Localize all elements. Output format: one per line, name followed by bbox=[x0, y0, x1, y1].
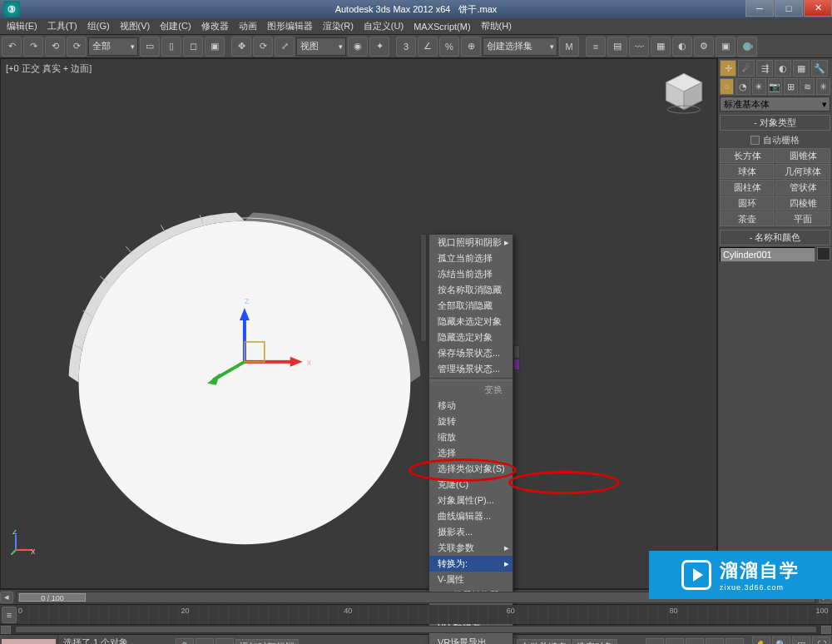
rollout-name-color[interactable]: 名称和颜色 bbox=[720, 230, 830, 245]
angle-snap-button[interactable]: ∠ bbox=[418, 37, 438, 57]
next-frame-icon[interactable]: ▸ bbox=[706, 638, 724, 644]
ctx-rotate[interactable]: 旋转 bbox=[429, 414, 513, 429]
prev-frame-icon[interactable]: ◂ bbox=[666, 638, 684, 644]
spacewarps-cat-icon[interactable]: ≋ bbox=[800, 78, 814, 95]
ctx-object-props[interactable]: 对象属性(P) bbox=[429, 493, 513, 508]
select-object-button[interactable]: ▭ bbox=[140, 37, 160, 57]
menu-create[interactable]: 创建(C) bbox=[155, 18, 196, 34]
link-button[interactable]: ⟲ bbox=[45, 37, 65, 57]
abs-rel-icon[interactable]: ⊕ bbox=[196, 638, 214, 644]
menu-modifier[interactable]: 修改器 bbox=[196, 18, 234, 34]
menu-maxscript[interactable]: MAXScript(M) bbox=[409, 20, 475, 33]
object-name-input[interactable]: Cylinder001 bbox=[720, 247, 815, 262]
percent-snap-button[interactable]: % bbox=[439, 37, 459, 57]
prim-geosphere[interactable]: 几何球体 bbox=[775, 164, 830, 179]
time-slider-thumb[interactable]: 0 / 100 bbox=[19, 593, 86, 602]
snap-button[interactable]: 3 bbox=[396, 37, 416, 57]
ctx-unhide-all[interactable]: 全部取消隐藏 bbox=[429, 298, 513, 314]
motion-tab-icon[interactable]: ◐ bbox=[775, 60, 791, 77]
add-time-tag[interactable]: 添加时间标记 bbox=[235, 639, 299, 644]
prim-plane[interactable]: 平面 bbox=[775, 211, 830, 226]
ctx-clone[interactable]: 克隆(C) bbox=[429, 477, 513, 493]
prim-teapot[interactable]: 茶壶 bbox=[720, 211, 775, 226]
autokey-button[interactable]: 自动关键点 bbox=[517, 639, 571, 644]
pan-view-icon[interactable]: ✋ bbox=[752, 637, 770, 644]
rotate-button[interactable]: ⟳ bbox=[253, 37, 273, 57]
maximize-button[interactable]: □ bbox=[775, 0, 803, 17]
prim-box[interactable]: 长方体 bbox=[720, 148, 775, 163]
time-prev-icon[interactable]: ◂ bbox=[0, 592, 13, 603]
select-window-button[interactable]: ▣ bbox=[205, 37, 225, 57]
ctx-viewport-lighting[interactable]: 视口照明和阴影 bbox=[429, 235, 513, 250]
mini-left-icon[interactable] bbox=[1, 626, 11, 634]
goto-end-icon[interactable]: ⏭ bbox=[726, 638, 744, 644]
ref-coord-drop[interactable]: 视图 bbox=[296, 37, 346, 56]
prim-cylinder[interactable]: 圆柱体 bbox=[720, 180, 775, 195]
trackbar[interactable]: ≡ 0 20 40 60 80 100 bbox=[0, 604, 832, 624]
fov-icon[interactable]: ◳ bbox=[792, 637, 810, 644]
goto-start-icon[interactable]: ⏮ bbox=[646, 638, 664, 644]
ctx-v-props[interactable]: V-属性 bbox=[429, 572, 513, 587]
zoom-extents-icon[interactable]: ⛶ bbox=[812, 637, 830, 644]
mini-right-icon[interactable] bbox=[821, 626, 831, 634]
geometry-cat-icon[interactable]: ○ bbox=[720, 78, 734, 95]
modify-tab-icon[interactable]: ☄ bbox=[738, 60, 755, 77]
create-tab-icon[interactable]: ✛ bbox=[720, 60, 736, 77]
mini-scrollbar[interactable] bbox=[15, 626, 817, 633]
select-name-button[interactable]: ▯ bbox=[161, 37, 181, 57]
ctx-select-similar[interactable]: 选择类似对象(S) bbox=[429, 461, 513, 477]
render-frame-button[interactable]: ▣ bbox=[716, 37, 735, 57]
pivot-button[interactable]: ◉ bbox=[348, 37, 368, 57]
display-tab-icon[interactable]: ▦ bbox=[793, 60, 810, 77]
lock-selection-icon[interactable]: 🔒 bbox=[176, 638, 194, 644]
shapes-cat-icon[interactable]: ◔ bbox=[735, 78, 750, 95]
selected-filter-drop[interactable]: 选定对象 bbox=[572, 639, 617, 644]
move-button[interactable]: ✥ bbox=[231, 37, 251, 57]
ctx-manage-scene-state[interactable]: 管理场景状态 bbox=[429, 361, 513, 377]
menu-group[interactable]: 组(G) bbox=[82, 18, 115, 34]
align-button[interactable]: ≡ bbox=[586, 37, 606, 57]
systems-cat-icon[interactable]: ✳ bbox=[816, 78, 830, 95]
mirror-button[interactable]: M bbox=[559, 37, 579, 57]
scale-button[interactable]: ⤢ bbox=[275, 37, 295, 57]
render-setup-button[interactable]: ⚙ bbox=[694, 37, 714, 57]
ctx-wire-params[interactable]: 关联参数 bbox=[429, 540, 513, 556]
spinner-snap-button[interactable]: ⊕ bbox=[461, 37, 481, 57]
maxscript-mini[interactable]: 所在行: bbox=[0, 635, 58, 644]
ctx-freeze[interactable]: 冻结当前选择 bbox=[429, 266, 513, 282]
prim-tube[interactable]: 管状体 bbox=[775, 180, 830, 195]
schematic-button[interactable]: ▦ bbox=[651, 37, 671, 57]
undo-button[interactable]: ↶ bbox=[2, 37, 22, 57]
manip-button[interactable]: ✦ bbox=[369, 37, 389, 57]
named-selset-drop[interactable]: 创建选择集 bbox=[483, 37, 557, 56]
ctx-isolate[interactable]: 孤立当前选择 bbox=[429, 250, 513, 266]
material-editor-button[interactable]: ◐ bbox=[672, 37, 692, 57]
ctx-unhide-name[interactable]: 按名称取消隐藏 bbox=[429, 282, 513, 298]
menu-render[interactable]: 渲染(R) bbox=[318, 18, 359, 34]
play-icon[interactable]: ▶ bbox=[686, 638, 704, 644]
trackbar-ruler[interactable]: 0 20 40 60 80 100 bbox=[18, 605, 832, 624]
menu-graph[interactable]: 图形编辑器 bbox=[262, 18, 318, 34]
menu-custom[interactable]: 自定义(U) bbox=[359, 18, 409, 34]
ctx-hide-selected[interactable]: 隐藏选定对象 bbox=[429, 329, 513, 345]
cameras-cat-icon[interactable]: 📷 bbox=[768, 78, 782, 95]
minimize-button[interactable]: ─ bbox=[745, 0, 774, 17]
close-button[interactable]: ✕ bbox=[804, 0, 832, 17]
select-rect-button[interactable]: ◻ bbox=[183, 37, 203, 57]
prim-sphere[interactable]: 球体 bbox=[720, 164, 775, 179]
menu-view[interactable]: 视图(V) bbox=[115, 18, 156, 34]
unlink-button[interactable]: ⟳ bbox=[67, 37, 87, 57]
helpers-cat-icon[interactable]: ⊞ bbox=[784, 78, 798, 95]
menu-animation[interactable]: 动画 bbox=[234, 18, 262, 34]
category-drop[interactable]: 标准基本体 bbox=[720, 97, 830, 111]
ctx-convert-to[interactable]: 转换为: bbox=[429, 556, 513, 572]
context-menu[interactable]: 视口照明和阴影 孤立当前选择 冻结当前选择 按名称取消隐藏 全部取消隐藏 隐藏未… bbox=[428, 234, 513, 644]
selection-filter-drop[interactable]: 全部 bbox=[88, 37, 138, 56]
prim-torus[interactable]: 圆环 bbox=[720, 196, 775, 211]
layers-button[interactable]: ▤ bbox=[607, 37, 627, 57]
ctx-curve-editor[interactable]: 曲线编辑器 bbox=[429, 508, 513, 524]
ctx-hide-unselected[interactable]: 隐藏未选定对象 bbox=[429, 314, 513, 329]
ctx-select[interactable]: 选择 bbox=[429, 445, 513, 461]
ctx-save-scene-state[interactable]: 保存场景状态 bbox=[429, 345, 513, 361]
prim-pyramid[interactable]: 四棱锥 bbox=[775, 196, 830, 211]
